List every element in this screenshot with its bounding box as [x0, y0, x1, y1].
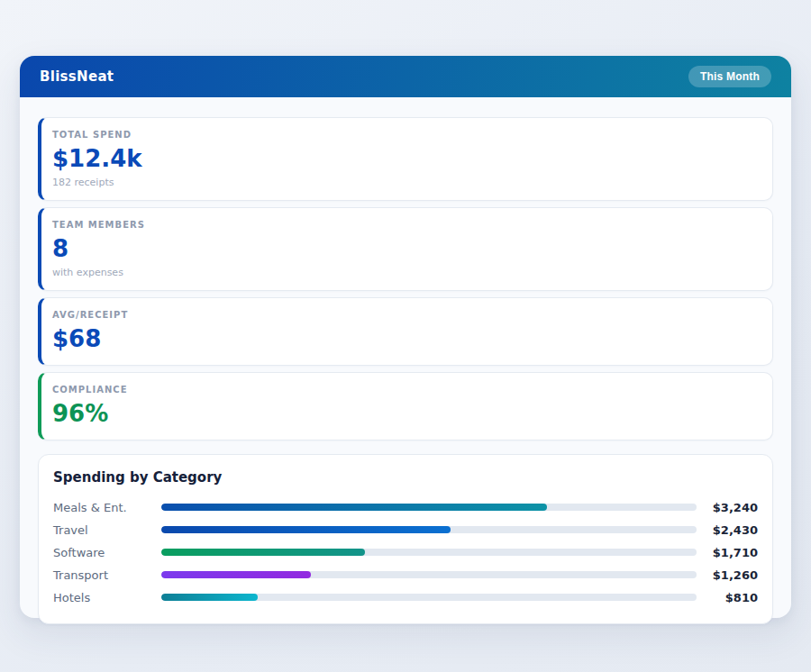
- bar-fill-software: [161, 549, 365, 556]
- category-label: Software: [53, 546, 161, 559]
- stat-card-avg-receipt: AVG/RECEIPT $68: [38, 297, 773, 366]
- bar-fill-meals: [161, 504, 547, 511]
- category-amount: $3,240: [697, 501, 758, 514]
- chart-row-travel: Travel $2,430: [53, 519, 758, 541]
- category-label: Travel: [53, 523, 161, 537]
- chart-title: Spending by Category: [53, 469, 758, 486]
- stat-label: TOTAL SPEND: [52, 130, 758, 140]
- category-amount: $2,430: [697, 523, 758, 537]
- category-label: Transport: [53, 568, 161, 582]
- dashboard-container: BlissNeat This Month TOTAL SPEND $12.4k …: [20, 56, 791, 618]
- bar-fill-travel: [161, 526, 451, 533]
- chart-row-transport: Transport $1,260: [53, 564, 758, 586]
- stat-card-total-spend: TOTAL SPEND $12.4k 182 receipts: [38, 117, 773, 201]
- bar-track: [161, 526, 697, 533]
- bar-track: [161, 549, 697, 556]
- category-label: Hotels: [53, 591, 161, 604]
- category-amount: $810: [697, 591, 758, 604]
- spending-chart-card: Spending by Category Meals & Ent. $3,240…: [38, 454, 773, 624]
- app-title: BlissNeat: [40, 68, 114, 85]
- stat-subtext: 182 receipts: [52, 177, 758, 188]
- bar-track: [161, 504, 697, 511]
- stat-value: $12.4k: [52, 146, 758, 173]
- stat-card-compliance: COMPLIANCE 96%: [38, 372, 773, 440]
- bar-fill-hotels: [161, 594, 258, 601]
- stat-card-team-members: TEAM MEMBERS 8 with expenses: [38, 207, 773, 291]
- category-label: Meals & Ent.: [53, 501, 161, 514]
- category-amount: $1,710: [697, 546, 758, 559]
- app-header: BlissNeat This Month: [20, 56, 791, 97]
- stat-label: COMPLIANCE: [52, 385, 758, 395]
- chart-row-hotels: Hotels $810: [53, 586, 758, 609]
- stat-label: TEAM MEMBERS: [52, 220, 758, 230]
- stat-label: AVG/RECEIPT: [52, 310, 758, 320]
- stat-value: $68: [52, 326, 758, 353]
- period-badge[interactable]: This Month: [688, 66, 771, 87]
- bar-track: [161, 571, 697, 578]
- chart-row-software: Software $1,710: [53, 541, 758, 564]
- category-amount: $1,260: [697, 568, 758, 582]
- stat-value: 8: [52, 236, 758, 263]
- dashboard-content: TOTAL SPEND $12.4k 182 receipts TEAM MEM…: [20, 97, 791, 624]
- bar-fill-transport: [161, 571, 311, 578]
- chart-row-meals: Meals & Ent. $3,240: [53, 496, 758, 519]
- stat-subtext: with expenses: [52, 267, 758, 278]
- bar-track: [161, 594, 697, 601]
- stat-value: 96%: [52, 401, 758, 428]
